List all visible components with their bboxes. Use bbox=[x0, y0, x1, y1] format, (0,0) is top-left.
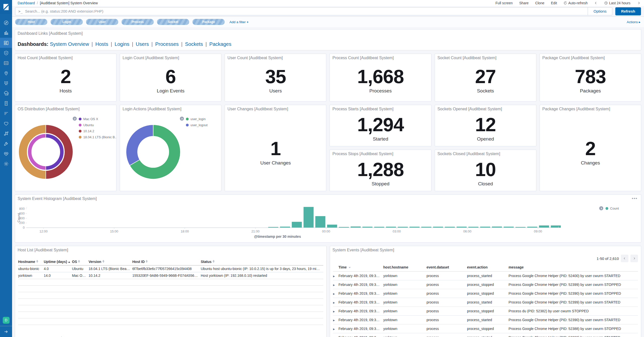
table-cell: 14.0 bbox=[44, 272, 72, 279]
filter-pill-host[interactable]: Host bbox=[15, 19, 47, 25]
column-header-event-action[interactable]: event.action bbox=[467, 264, 509, 272]
column-header-host-id[interactable]: Host ID bbox=[132, 259, 201, 265]
dashboard-link-sockets[interactable]: Sockets bbox=[185, 41, 203, 47]
expand-row-icon[interactable]: ▶ bbox=[333, 284, 335, 286]
sidebar-item-infrastructure[interactable] bbox=[0, 88, 12, 98]
legend-expand-icon[interactable] bbox=[73, 117, 77, 121]
chevron-right-icon bbox=[637, 1, 640, 5]
filter-pill-user[interactable]: User bbox=[86, 19, 118, 25]
filter-pill-package[interactable]: Package bbox=[192, 19, 225, 25]
column-header-status[interactable]: Status bbox=[201, 259, 323, 265]
legend-item-10-14-2[interactable]: 10.14.2 bbox=[79, 129, 116, 133]
legend-item-ubuntu[interactable]: Ubuntu bbox=[79, 123, 116, 127]
sidebar-item-logs[interactable] bbox=[0, 98, 12, 108]
filter-pill-socket[interactable]: Socket bbox=[157, 19, 189, 25]
metric-value: 2 bbox=[60, 67, 71, 86]
donut-slice-10-14-2[interactable] bbox=[46, 125, 73, 179]
prev-page-button[interactable] bbox=[621, 255, 628, 262]
expand-row-icon[interactable]: ▶ bbox=[333, 310, 335, 313]
table-cell: yorktown bbox=[18, 272, 44, 279]
donut-slice-18-04-1-lts-bionic-b-[interactable] bbox=[19, 125, 46, 179]
histogram-bar-00:00[interactable] bbox=[327, 225, 337, 228]
event-cell: Process Google Chrome Helper (PID: 52388… bbox=[509, 333, 638, 337]
dashboard-link-users[interactable]: Users bbox=[136, 41, 149, 47]
sidebar-item-dashboard[interactable] bbox=[0, 38, 12, 48]
histogram-bar-23:00[interactable] bbox=[304, 207, 314, 228]
sidebar-item-apm[interactable] bbox=[0, 108, 12, 118]
filter-pill-process[interactable]: Process bbox=[122, 19, 154, 25]
sidebar-item-maps[interactable] bbox=[0, 68, 12, 78]
sidebar-item-discover[interactable] bbox=[0, 18, 12, 28]
options-button[interactable]: Options bbox=[588, 8, 612, 15]
edit-button[interactable]: Edit bbox=[551, 1, 557, 5]
expand-row-icon[interactable]: ▶ bbox=[333, 301, 335, 304]
legend-item-user-login[interactable]: user_login bbox=[186, 117, 208, 121]
table-cell: Ubuntu bbox=[72, 265, 89, 272]
column-header-os[interactable]: OS bbox=[72, 259, 89, 265]
empty-table-row bbox=[18, 299, 323, 305]
event-row: ▶February 4th 2019, 09:39:11.198yorktown… bbox=[333, 307, 638, 316]
sidebar-item-graph[interactable] bbox=[0, 128, 12, 139]
share-button[interactable]: Share bbox=[519, 1, 529, 5]
histogram-bar-09:30[interactable] bbox=[551, 225, 561, 228]
legend-expand-icon[interactable] bbox=[180, 117, 184, 121]
histogram-chart[interactable]: 020040060080012:0015:0018:0021:0000:0003… bbox=[17, 204, 636, 242]
histogram-bar-23:30[interactable] bbox=[315, 216, 325, 228]
sidebar-item-canvas[interactable] bbox=[0, 58, 12, 68]
legend-label: user_login bbox=[190, 117, 206, 121]
column-header-message[interactable]: message bbox=[509, 264, 638, 272]
dashboard-link-processes[interactable]: Processes bbox=[155, 41, 179, 47]
histogram-bar-09:00[interactable] bbox=[539, 225, 549, 228]
full-screen-button[interactable]: Full screen bbox=[496, 1, 513, 5]
time-picker-button[interactable]: Last 24 hours bbox=[604, 1, 630, 5]
sidebar-item-monitoring[interactable] bbox=[0, 149, 12, 159]
dashboard-link-system-overview[interactable]: System Overview bbox=[50, 41, 89, 47]
metric-value: 2 bbox=[585, 139, 595, 158]
svg-text:600: 600 bbox=[19, 212, 25, 215]
sidebar-item-management[interactable] bbox=[0, 159, 12, 169]
filter-pill-login[interactable]: Login bbox=[51, 19, 83, 25]
timelion-icon bbox=[4, 50, 9, 56]
expand-row-icon[interactable]: ▶ bbox=[333, 328, 335, 330]
kibana-logo-icon[interactable] bbox=[0, 0, 12, 14]
histogram-bar-22:30[interactable] bbox=[292, 222, 302, 228]
login-actions-donut-chart[interactable] bbox=[123, 122, 183, 182]
sidebar-item-visualize[interactable] bbox=[0, 28, 12, 38]
column-header-version[interactable]: Version bbox=[89, 259, 132, 265]
column-header-uptime-days-[interactable]: Uptime (days) bbox=[44, 259, 72, 265]
search-input[interactable] bbox=[25, 9, 588, 13]
panel-title: Host Count [Auditbeat System] bbox=[18, 56, 114, 60]
time-back-button[interactable] bbox=[594, 1, 598, 5]
expand-row-icon[interactable]: ▶ bbox=[333, 292, 335, 295]
sidebar-item-machine-learning[interactable] bbox=[0, 78, 12, 88]
os-distribution-donut-chart[interactable] bbox=[16, 122, 76, 182]
panel-login-actions: Login Actions [Auditbeat System] user_lo… bbox=[120, 105, 221, 191]
next-page-button[interactable] bbox=[630, 255, 638, 262]
column-header-hostname[interactable]: Hostname bbox=[18, 259, 44, 265]
legend-item-user-logout[interactable]: user_logout bbox=[186, 123, 208, 127]
breadcrumb-root[interactable]: Dashboard bbox=[18, 1, 35, 5]
sidebar-collapse-button[interactable] bbox=[0, 326, 12, 337]
dashboard-link-packages[interactable]: Packages bbox=[209, 41, 231, 47]
graph-icon bbox=[4, 131, 9, 136]
sidebar-item-uptime[interactable] bbox=[0, 118, 12, 128]
column-header-event-dataset[interactable]: event.dataset bbox=[427, 264, 467, 272]
column-header-time[interactable]: Time bbox=[339, 264, 383, 272]
donut-slice-user-logout[interactable] bbox=[126, 125, 153, 165]
space-switcher[interactable]: D bbox=[0, 314, 12, 326]
legend-item-18-04-1-lts-bionic-b-[interactable]: 18.04.1 LTS (Bionic B... bbox=[79, 135, 116, 139]
auto-refresh-button[interactable]: Auto-refresh bbox=[564, 1, 588, 5]
time-forward-button[interactable] bbox=[637, 1, 640, 5]
clone-button[interactable]: Clone bbox=[535, 1, 544, 5]
actions-menu-button[interactable]: Actions ▸ bbox=[627, 20, 640, 24]
column-header-host-hostname[interactable]: host.hostname bbox=[383, 264, 427, 272]
legend-item-mac-os-x[interactable]: Mac OS X bbox=[79, 117, 116, 121]
sidebar-item-timelion[interactable] bbox=[0, 48, 12, 58]
sidebar-item-dev-tools[interactable] bbox=[0, 139, 12, 149]
expand-row-icon[interactable]: ▶ bbox=[333, 275, 335, 278]
add-filter-button[interactable]: Add a filter + bbox=[229, 20, 249, 24]
refresh-button[interactable]: Refresh bbox=[615, 7, 641, 15]
dashboard-link-hosts[interactable]: Hosts bbox=[95, 41, 108, 47]
dashboard-link-logins[interactable]: Logins bbox=[114, 41, 129, 47]
expand-row-icon[interactable]: ▶ bbox=[333, 319, 335, 322]
